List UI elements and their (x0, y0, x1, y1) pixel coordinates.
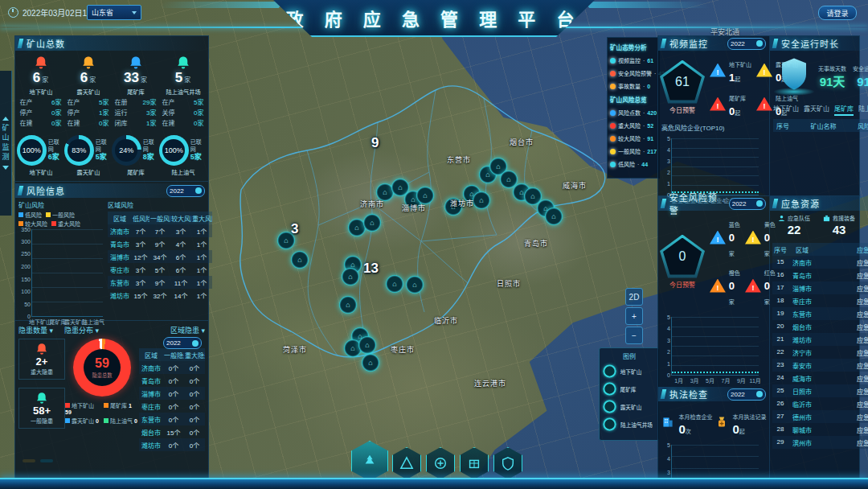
hazard-region-header[interactable]: 区域隐患 ▾ (170, 325, 205, 335)
mine-marker-icon[interactable] (291, 251, 309, 269)
right-panel: 视频监控 2022 61 今日预警 地下矿山1起 露天矿山0起 尾矿库0起 陆上… (657, 35, 860, 484)
city-label: 烟台市 (510, 137, 534, 147)
legend-item: 露天矿山 (603, 400, 656, 413)
alarm-bell-icon (35, 392, 48, 405)
dashboard-root: 9 3 13 济南市 淄博市 潍坊市 烟台市 威海市 青岛市 日照市 临沂市 枣… (0, 0, 868, 489)
gauge-tailing: 24% 已联网8家 尾矿库 (112, 135, 159, 176)
cat-openpit: 6家 露天矿山 在产5家 停产1家 在建0家 (64, 55, 112, 127)
top10-chart: 5 4 3 2 1 0 企业1 企业2 企业3 企业4 企业5 企业6 企业7 (671, 138, 759, 195)
side-strip: 矿山态势分析 视频监控·61 安全风险预警·420 事故数量·0 矿山风险总览 … (607, 37, 660, 179)
risk-warning-section: 安全风险预警 2022 0 今日预警 蓝色0家 黄色0家 橙色0家 红色0家 (658, 196, 770, 489)
region-risk-table: 区域风险 区域低风险一般风险较大风险重大风险 济南市7个7个3个1个 青岛市3个… (108, 200, 212, 317)
bottom-bar (0, 478, 868, 489)
mine-marker-icon[interactable] (342, 268, 359, 286)
ring-gauge: 83% (64, 135, 94, 166)
warning-triangle-icon (710, 231, 726, 244)
mine-marker-icon[interactable] (386, 275, 403, 293)
gauge-openpit: 83% 已联网5家 露天矿山 (64, 135, 112, 176)
mine-marker-icon[interactable] (545, 208, 563, 225)
clock-icon (8, 7, 18, 18)
mine-marker-icon[interactable] (416, 187, 434, 204)
strip-item[interactable]: 风险点数·420 (610, 109, 657, 117)
alarm-bell-icon (35, 343, 48, 355)
mine-risk-icon (392, 447, 421, 479)
tab[interactable]: 露天矿山 (804, 104, 829, 116)
tab[interactable]: 陆上油气 (858, 104, 868, 116)
strip-item[interactable]: 安全风险预警·420 (610, 69, 657, 77)
city-label: 日照市 (497, 278, 521, 289)
strip-item[interactable]: 视频监控·61 (610, 56, 657, 64)
mine-risk-chart: 矿山风险 低风险 一般风险 较大风险 重大风险 350 300 250 200 … (18, 200, 103, 317)
city-label: 青岛市 (524, 238, 548, 249)
legend-item: 尾矿库 1 (104, 401, 139, 415)
year-toggle[interactable]: 2022 (727, 388, 766, 401)
mine-marker-icon[interactable] (362, 354, 379, 372)
map-legend-title: 图例 (603, 351, 656, 360)
tab[interactable]: 尾矿库 (834, 104, 854, 116)
cat-tailing: 33家 尾矿库 在册29家 运行3家 闭库1家 (112, 55, 159, 127)
shield-icon (773, 57, 815, 96)
legend-item: 陆上油气 0 (104, 417, 139, 425)
year-toggle[interactable]: 2022 (163, 337, 202, 349)
strip-item[interactable]: 低风险·44 (610, 160, 657, 168)
zoom-out-button[interactable]: − (625, 327, 643, 344)
header-decor (584, 2, 710, 8)
hazard-count-header[interactable]: 隐患数量 ▾ (18, 325, 53, 335)
legend-item: 地下矿山 (603, 364, 656, 378)
stacked-bar-chart: 350 300 250 200 150 100 50 0 (31, 229, 103, 317)
section-flag-icon (18, 39, 24, 48)
city-label: 淄博市 (402, 203, 426, 213)
left-panel: 矿山总数 6家 地下矿山 在产6家 停产0家 在建0家 6家 露天矿山 在产5家… (14, 35, 209, 484)
team-icon (778, 215, 785, 222)
left-collapse-tab[interactable]: 矿山监测 (0, 71, 12, 216)
city-label: 济南市 (360, 199, 384, 209)
mine-marker-icon[interactable] (473, 191, 490, 209)
tailing-pin-icon (603, 382, 616, 395)
strip-item[interactable]: 较大风险·91 (610, 134, 657, 142)
mine-pin-icon (603, 364, 616, 377)
alert-tailing: 尾矿库0起 (710, 89, 751, 118)
legend-item: 陆上油气井场 (603, 417, 656, 431)
strip-item[interactable]: 事故数量·0 (610, 82, 657, 90)
city-label: 潍坊市 (450, 198, 474, 208)
hazard-dist-header[interactable]: 隐患分布 ▾ (64, 325, 99, 335)
warning-triangle-icon (745, 231, 761, 244)
strip-item[interactable]: 重大风险·52 (610, 121, 657, 129)
mine-marker-icon[interactable] (363, 214, 381, 232)
hazard-donut: 59隐患总数 地下矿山 59 尾矿库 1 露天矿山 0 陆上油气 0 (65, 339, 139, 451)
login-button[interactable]: 请登录 (818, 6, 857, 20)
strip-item[interactable]: 一般风险·217 (610, 147, 657, 155)
toggle-dot (195, 187, 202, 194)
chevron-down-icon (132, 11, 137, 14)
emergency-section: 应急资源 应急队伍 22 救援装备 43 应急物资 49 应 (770, 196, 868, 489)
video-monitor-section: 视频监控 2022 61 今日预警 地下矿山1起 露天矿山0起 尾矿库0起 陆上… (658, 36, 770, 195)
tab[interactable]: 地下矿山 (773, 104, 799, 116)
region-select[interactable]: 山东省 (87, 5, 141, 20)
bell-icon (176, 55, 190, 70)
pentagon-gauge: 61 (660, 60, 705, 104)
mine-marker-icon[interactable] (339, 296, 357, 314)
risk-body: 矿山风险 低风险 一般风险 较大风险 重大风险 350 300 250 200 … (15, 198, 208, 321)
mine-marker-icon[interactable] (358, 336, 376, 354)
cluster-count[interactable]: 3 (291, 221, 298, 237)
cluster-count[interactable]: 13 (363, 261, 379, 277)
mine-marker-icon[interactable] (406, 276, 424, 294)
mine-monitor-icon (351, 441, 388, 481)
ring-gauge: 100% (17, 135, 47, 166)
page-title: 政 府 应 急 管 理 平 台 (286, 5, 583, 31)
warning-triangle-icon (710, 64, 726, 77)
warning-triangle-icon (710, 97, 726, 111)
year-toggle[interactable]: 2022 (727, 38, 766, 50)
cluster-count[interactable]: 9 (371, 135, 379, 151)
stat-equipment: 救援装备 43 (817, 214, 862, 236)
gauge-oilgas: 100% 已联网5家 陆上油气 (159, 135, 207, 176)
legend-item: 尾矿库 (603, 382, 656, 396)
safe-run-section: 安全运行时长 无事故天数 91天 安全运行天数 91天 (770, 36, 868, 195)
openpit-pin-icon (603, 400, 616, 413)
legend-item: 露天矿山 0 (65, 417, 100, 425)
zoom-in-button[interactable]: + (625, 307, 643, 325)
pentagon-gauge: 0 (660, 235, 705, 278)
year-toggle[interactable]: 2022 (729, 198, 766, 210)
map-2d-toggle[interactable]: 2D (625, 288, 643, 306)
year-toggle[interactable]: 2022 (166, 185, 205, 197)
